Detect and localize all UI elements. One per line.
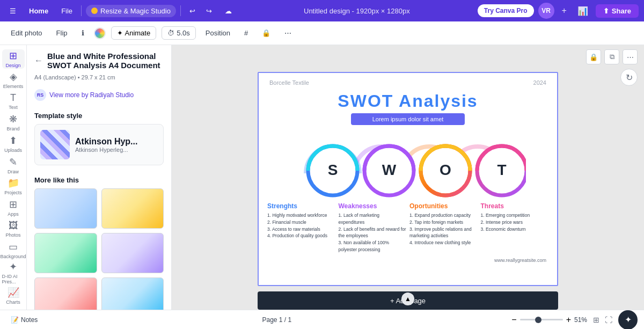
- magic-ai-button[interactable]: ✦: [618, 310, 638, 330]
- ai-icon: ✦: [9, 261, 17, 273]
- user-avatar-button[interactable]: VR: [538, 3, 554, 19]
- template-thumb-4[interactable]: [101, 233, 164, 273]
- swot-content: Strenghts 1. Highly motivated workforce2…: [259, 200, 557, 258]
- view-buttons: ⊞ ⛶: [591, 314, 614, 326]
- svg-text:O: O: [440, 162, 451, 178]
- template-style-label: Template style: [27, 107, 171, 124]
- sidebar-item-charts[interactable]: 📈 Charts: [2, 286, 25, 305]
- zoom-slider[interactable]: [520, 319, 563, 320]
- swot-circles: S W: [259, 130, 557, 200]
- template-thumb-6[interactable]: [101, 277, 164, 310]
- color-swatch[interactable]: [94, 27, 106, 39]
- apps-icon: ⊞: [9, 199, 17, 210]
- sidebar-label-text: Text: [9, 105, 18, 110]
- swot-column-opportunities: Oportunities 1. Expand production capaci…: [409, 202, 478, 253]
- author-avatar: RS: [34, 89, 46, 101]
- elements-icon: ◈: [10, 71, 17, 83]
- sidebar-item-text[interactable]: T Text: [2, 92, 25, 111]
- grid-view-button[interactable]: ⊞: [591, 314, 601, 326]
- brand-icon: ❋: [9, 113, 17, 125]
- home-button[interactable]: Home: [25, 5, 53, 17]
- template-thumb-1[interactable]: [34, 188, 97, 229]
- flip-button[interactable]: Flip: [52, 26, 72, 40]
- strengths-title: Strenghts: [267, 202, 335, 210]
- lock-button[interactable]: 🔒: [258, 26, 275, 40]
- doc-year: 2024: [533, 79, 546, 86]
- magic-resize-button[interactable]: Resize & Magic Studio: [86, 5, 176, 17]
- sidebar-item-ai[interactable]: ✦ D-ID AI Pres...: [2, 261, 25, 284]
- secondary-toolbar: Edit photo Flip ℹ ✦ Animate ⏱ 5.0s Posit…: [0, 21, 644, 45]
- edit-photo-button[interactable]: Edit photo: [6, 26, 47, 40]
- sidebar-label-design: Design: [5, 63, 20, 68]
- opportunities-title: Oportunities: [409, 202, 478, 210]
- cloud-save-button[interactable]: ☁: [221, 5, 236, 17]
- sparkle-icon: ✦: [117, 29, 123, 37]
- animate-button[interactable]: ✦ Animate: [111, 26, 157, 40]
- scroll-up-button[interactable]: ▲: [401, 293, 414, 305]
- sidebar-item-brand[interactable]: ❋ Brand: [2, 113, 25, 133]
- swot-subtitle: Lorem ipsum dolor sit amet: [351, 113, 465, 125]
- sidebar-item-draw[interactable]: ✎ Draw: [2, 156, 25, 175]
- sidebar-item-uploads[interactable]: ⬆ Uploads: [2, 134, 25, 153]
- svg-text:S: S: [328, 162, 338, 178]
- lock-canvas-button[interactable]: 🔒: [586, 49, 601, 64]
- sidebar-item-background[interactable]: ▭ Background: [2, 240, 25, 260]
- canvas-area: 🔒 ⧉ ⋯ ↻ 🗑 ··· Borcelle Textile 2024 SWOT…: [172, 45, 644, 310]
- panel-author[interactable]: RS View more by Radiyah Studio: [27, 86, 171, 107]
- back-button[interactable]: ←: [34, 56, 43, 65]
- sidebar-item-photos[interactable]: 🖼 Photos: [2, 219, 25, 238]
- swot-column-strengths: Strenghts 1. Highly motivated workforce2…: [267, 202, 335, 253]
- refresh-button[interactable]: ↻: [620, 69, 638, 86]
- position-button[interactable]: Position: [201, 26, 235, 40]
- undo-button[interactable]: ↩: [185, 5, 200, 17]
- font-name: Atkinson Hyp...: [75, 137, 158, 147]
- projects-icon: 📁: [8, 177, 19, 189]
- swot-column-threats: Threats 1. Emerging competition2. Intens…: [481, 202, 549, 253]
- more-canvas-button[interactable]: ⋯: [623, 49, 638, 64]
- zoom-control: − + 51%: [511, 315, 587, 325]
- try-pro-button[interactable]: Try Canva Pro: [478, 4, 534, 17]
- sidebar-item-apps[interactable]: ⊞ Apps: [2, 198, 25, 217]
- top-toolbar: ☰ Home File Resize & Magic Studio ↩ ↪ ☁ …: [0, 0, 644, 21]
- sidebar-item-design[interactable]: ⊞ Design: [2, 49, 25, 69]
- magic-dot-icon: [91, 8, 98, 14]
- fullscreen-button[interactable]: ⛶: [603, 314, 614, 326]
- font-sub: Atkinson Hyperleg...: [75, 147, 158, 153]
- redo-button[interactable]: ↪: [202, 5, 216, 17]
- sidebar-label-projects: Projects: [4, 190, 22, 195]
- divider-1: [81, 5, 82, 16]
- sidebar-label-uploads: Uploads: [4, 148, 22, 153]
- sidebar-item-elements[interactable]: ◈ Elements: [2, 71, 25, 90]
- main-area: ⊞ Design ◈ Elements T Text ❋ Brand ⬆ Upl…: [0, 45, 644, 310]
- grid-view-button[interactable]: #: [240, 26, 252, 40]
- sidebar-label-apps: Apps: [8, 211, 19, 217]
- template-style-preview[interactable]: Atkinson Hyp... Atkinson Hyperleg...: [34, 124, 164, 165]
- sidebar-label-brand: Brand: [6, 126, 19, 131]
- more-options-button[interactable]: ⋯: [280, 26, 296, 40]
- zoom-in-button[interactable]: +: [566, 315, 571, 325]
- template-thumb-5[interactable]: [34, 277, 97, 310]
- sidebar-item-projects[interactable]: 📁 Projects: [2, 177, 25, 196]
- file-button[interactable]: File: [57, 5, 77, 17]
- template-thumb-2[interactable]: [101, 188, 164, 229]
- strengths-content: 1. Highly motivated workforce2. Financia…: [267, 212, 335, 239]
- hamburger-menu-button[interactable]: ☰: [5, 5, 20, 17]
- threats-content: 1. Emerging competition2. Intense price …: [481, 212, 549, 232]
- analytics-button[interactable]: 📊: [574, 4, 591, 18]
- share-button[interactable]: ⬆ Share: [596, 4, 639, 18]
- share-icon: ⬆: [603, 7, 609, 15]
- draw-icon: ✎: [9, 156, 17, 168]
- add-user-button[interactable]: +: [559, 4, 570, 17]
- timer-button[interactable]: ⏱ 5.0s: [162, 26, 196, 40]
- sidebar-label-background: Background: [0, 254, 26, 259]
- info-button[interactable]: ℹ: [77, 26, 89, 40]
- template-swatch: [40, 130, 70, 159]
- zoom-out-button[interactable]: −: [511, 315, 516, 325]
- notes-button[interactable]: 📝 Notes: [6, 314, 42, 326]
- bottom-bar: 📝 Notes Page 1 / 1 − + 51% ⊞ ⛶ ✦: [0, 310, 644, 329]
- template-thumb-3[interactable]: [34, 233, 97, 273]
- page-indicator: Page 1 / 1: [262, 316, 291, 324]
- duplicate-canvas-button[interactable]: ⧉: [604, 49, 619, 64]
- canvas-document[interactable]: 🗑 ··· Borcelle Textile 2024 SWOT Analysi…: [258, 72, 558, 286]
- swot-circles-svg: S W: [290, 136, 526, 200]
